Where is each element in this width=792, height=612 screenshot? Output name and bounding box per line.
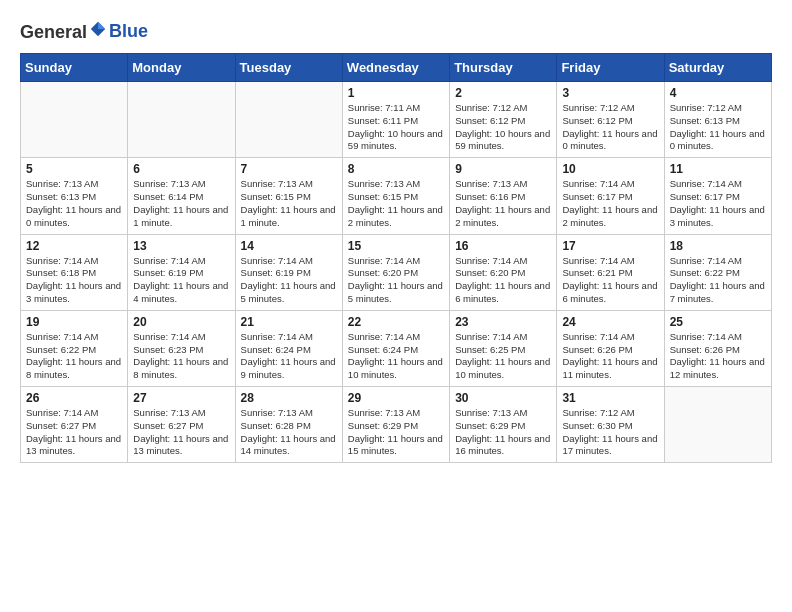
day-header-wednesday: Wednesday <box>342 54 449 82</box>
calendar-cell: 14Sunrise: 7:14 AMSunset: 6:19 PMDayligh… <box>235 234 342 310</box>
day-info: Sunrise: 7:13 AMSunset: 6:13 PMDaylight:… <box>26 178 122 229</box>
calendar-cell: 29Sunrise: 7:13 AMSunset: 6:29 PMDayligh… <box>342 387 449 463</box>
day-number: 3 <box>562 86 658 100</box>
day-number: 1 <box>348 86 444 100</box>
day-info: Sunrise: 7:13 AMSunset: 6:15 PMDaylight:… <box>348 178 444 229</box>
day-number: 13 <box>133 239 229 253</box>
day-info: Sunrise: 7:14 AMSunset: 6:24 PMDaylight:… <box>348 331 444 382</box>
day-info: Sunrise: 7:14 AMSunset: 6:21 PMDaylight:… <box>562 255 658 306</box>
day-number: 8 <box>348 162 444 176</box>
day-info: Sunrise: 7:14 AMSunset: 6:24 PMDaylight:… <box>241 331 337 382</box>
calendar-cell: 16Sunrise: 7:14 AMSunset: 6:20 PMDayligh… <box>450 234 557 310</box>
day-info: Sunrise: 7:13 AMSunset: 6:29 PMDaylight:… <box>348 407 444 458</box>
calendar-cell: 25Sunrise: 7:14 AMSunset: 6:26 PMDayligh… <box>664 310 771 386</box>
day-info: Sunrise: 7:13 AMSunset: 6:27 PMDaylight:… <box>133 407 229 458</box>
day-header-tuesday: Tuesday <box>235 54 342 82</box>
calendar-cell <box>21 82 128 158</box>
day-number: 23 <box>455 315 551 329</box>
header: General Blue <box>20 20 772 43</box>
day-number: 24 <box>562 315 658 329</box>
logo-general: General <box>20 22 87 42</box>
calendar-cell: 31Sunrise: 7:12 AMSunset: 6:30 PMDayligh… <box>557 387 664 463</box>
day-number: 16 <box>455 239 551 253</box>
calendar-cell: 10Sunrise: 7:14 AMSunset: 6:17 PMDayligh… <box>557 158 664 234</box>
day-number: 20 <box>133 315 229 329</box>
calendar-week-row: 12Sunrise: 7:14 AMSunset: 6:18 PMDayligh… <box>21 234 772 310</box>
day-info: Sunrise: 7:12 AMSunset: 6:12 PMDaylight:… <box>562 102 658 153</box>
calendar-cell: 2Sunrise: 7:12 AMSunset: 6:12 PMDaylight… <box>450 82 557 158</box>
calendar-cell: 20Sunrise: 7:14 AMSunset: 6:23 PMDayligh… <box>128 310 235 386</box>
day-info: Sunrise: 7:14 AMSunset: 6:26 PMDaylight:… <box>562 331 658 382</box>
calendar-cell: 21Sunrise: 7:14 AMSunset: 6:24 PMDayligh… <box>235 310 342 386</box>
day-number: 9 <box>455 162 551 176</box>
day-info: Sunrise: 7:14 AMSunset: 6:22 PMDaylight:… <box>670 255 766 306</box>
day-number: 22 <box>348 315 444 329</box>
day-info: Sunrise: 7:14 AMSunset: 6:19 PMDaylight:… <box>133 255 229 306</box>
calendar-cell: 22Sunrise: 7:14 AMSunset: 6:24 PMDayligh… <box>342 310 449 386</box>
day-number: 19 <box>26 315 122 329</box>
day-info: Sunrise: 7:14 AMSunset: 6:20 PMDaylight:… <box>455 255 551 306</box>
logo-blue: Blue <box>109 21 148 41</box>
day-info: Sunrise: 7:13 AMSunset: 6:29 PMDaylight:… <box>455 407 551 458</box>
day-info: Sunrise: 7:13 AMSunset: 6:14 PMDaylight:… <box>133 178 229 229</box>
day-info: Sunrise: 7:12 AMSunset: 6:30 PMDaylight:… <box>562 407 658 458</box>
day-info: Sunrise: 7:14 AMSunset: 6:25 PMDaylight:… <box>455 331 551 382</box>
day-number: 7 <box>241 162 337 176</box>
day-number: 12 <box>26 239 122 253</box>
day-info: Sunrise: 7:14 AMSunset: 6:23 PMDaylight:… <box>133 331 229 382</box>
day-number: 30 <box>455 391 551 405</box>
calendar-cell: 15Sunrise: 7:14 AMSunset: 6:20 PMDayligh… <box>342 234 449 310</box>
calendar-cell <box>235 82 342 158</box>
day-info: Sunrise: 7:12 AMSunset: 6:12 PMDaylight:… <box>455 102 551 153</box>
calendar-cell: 4Sunrise: 7:12 AMSunset: 6:13 PMDaylight… <box>664 82 771 158</box>
day-info: Sunrise: 7:14 AMSunset: 6:20 PMDaylight:… <box>348 255 444 306</box>
day-header-saturday: Saturday <box>664 54 771 82</box>
calendar-table: SundayMondayTuesdayWednesdayThursdayFrid… <box>20 53 772 463</box>
calendar-header-row: SundayMondayTuesdayWednesdayThursdayFrid… <box>21 54 772 82</box>
day-number: 6 <box>133 162 229 176</box>
day-info: Sunrise: 7:14 AMSunset: 6:22 PMDaylight:… <box>26 331 122 382</box>
day-number: 4 <box>670 86 766 100</box>
calendar-cell <box>128 82 235 158</box>
day-info: Sunrise: 7:11 AMSunset: 6:11 PMDaylight:… <box>348 102 444 153</box>
day-number: 11 <box>670 162 766 176</box>
day-header-monday: Monday <box>128 54 235 82</box>
day-info: Sunrise: 7:14 AMSunset: 6:17 PMDaylight:… <box>670 178 766 229</box>
calendar-cell: 7Sunrise: 7:13 AMSunset: 6:15 PMDaylight… <box>235 158 342 234</box>
calendar-week-row: 5Sunrise: 7:13 AMSunset: 6:13 PMDaylight… <box>21 158 772 234</box>
calendar-cell: 12Sunrise: 7:14 AMSunset: 6:18 PMDayligh… <box>21 234 128 310</box>
calendar-cell: 30Sunrise: 7:13 AMSunset: 6:29 PMDayligh… <box>450 387 557 463</box>
calendar-cell: 26Sunrise: 7:14 AMSunset: 6:27 PMDayligh… <box>21 387 128 463</box>
calendar-cell: 18Sunrise: 7:14 AMSunset: 6:22 PMDayligh… <box>664 234 771 310</box>
day-info: Sunrise: 7:14 AMSunset: 6:19 PMDaylight:… <box>241 255 337 306</box>
day-info: Sunrise: 7:12 AMSunset: 6:13 PMDaylight:… <box>670 102 766 153</box>
calendar-cell: 19Sunrise: 7:14 AMSunset: 6:22 PMDayligh… <box>21 310 128 386</box>
day-number: 10 <box>562 162 658 176</box>
day-info: Sunrise: 7:14 AMSunset: 6:18 PMDaylight:… <box>26 255 122 306</box>
day-number: 29 <box>348 391 444 405</box>
day-info: Sunrise: 7:14 AMSunset: 6:17 PMDaylight:… <box>562 178 658 229</box>
day-number: 27 <box>133 391 229 405</box>
logo-icon <box>89 20 107 38</box>
calendar-cell: 9Sunrise: 7:13 AMSunset: 6:16 PMDaylight… <box>450 158 557 234</box>
logo: General Blue <box>20 20 148 43</box>
day-number: 25 <box>670 315 766 329</box>
svg-marker-1 <box>98 22 105 29</box>
day-number: 31 <box>562 391 658 405</box>
day-number: 28 <box>241 391 337 405</box>
day-number: 26 <box>26 391 122 405</box>
day-number: 14 <box>241 239 337 253</box>
calendar-cell: 27Sunrise: 7:13 AMSunset: 6:27 PMDayligh… <box>128 387 235 463</box>
calendar-cell: 11Sunrise: 7:14 AMSunset: 6:17 PMDayligh… <box>664 158 771 234</box>
calendar-cell: 13Sunrise: 7:14 AMSunset: 6:19 PMDayligh… <box>128 234 235 310</box>
calendar-week-row: 1Sunrise: 7:11 AMSunset: 6:11 PMDaylight… <box>21 82 772 158</box>
calendar-cell: 24Sunrise: 7:14 AMSunset: 6:26 PMDayligh… <box>557 310 664 386</box>
calendar-week-row: 19Sunrise: 7:14 AMSunset: 6:22 PMDayligh… <box>21 310 772 386</box>
day-info: Sunrise: 7:13 AMSunset: 6:15 PMDaylight:… <box>241 178 337 229</box>
calendar-cell: 1Sunrise: 7:11 AMSunset: 6:11 PMDaylight… <box>342 82 449 158</box>
day-number: 21 <box>241 315 337 329</box>
day-number: 17 <box>562 239 658 253</box>
calendar-cell <box>664 387 771 463</box>
calendar-week-row: 26Sunrise: 7:14 AMSunset: 6:27 PMDayligh… <box>21 387 772 463</box>
calendar-cell: 28Sunrise: 7:13 AMSunset: 6:28 PMDayligh… <box>235 387 342 463</box>
